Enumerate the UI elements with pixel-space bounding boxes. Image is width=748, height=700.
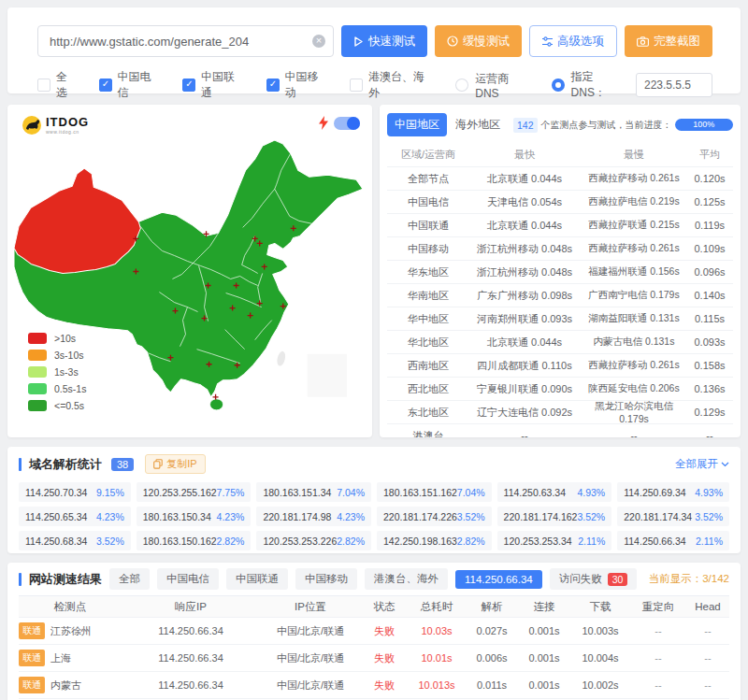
chevron-down-icon	[721, 462, 729, 467]
checkbox-china-unicom[interactable]: 中国联通	[182, 69, 245, 101]
test-config-card: 快速测试 缓慢测试 高级选项 完整截图 全选 中国电信 中国联通	[7, 7, 741, 93]
legend-label: 1s-3s	[54, 366, 79, 378]
section-accent-bar	[19, 573, 22, 586]
checkbox-icon	[350, 79, 363, 92]
region-row: 中国移动浙江杭州移动 0.048s西藏拉萨移动 0.261s0.109s	[387, 237, 733, 261]
ip-cell[interactable]: 114.250.66.342.11%	[617, 531, 729, 550]
quick-test-label: 快速测试	[368, 34, 415, 50]
ip-cell[interactable]: 114.250.70.349.15%	[19, 482, 131, 502]
expand-all-label: 全部展开	[675, 457, 718, 471]
filter-china-mobile[interactable]: 中国移动	[295, 568, 357, 590]
ip-cell[interactable]: 220.181.174.984.23%	[256, 507, 371, 526]
ip-cell[interactable]: 114.250.68.343.52%	[19, 531, 131, 550]
filter-active-ip[interactable]: 114.250.66.34	[455, 570, 542, 589]
copy-ip-button[interactable]: 复制IP	[145, 454, 205, 474]
legend-swatch-red	[28, 333, 47, 344]
copy-icon	[153, 459, 163, 469]
filter-failed-label: 访问失败	[559, 572, 602, 586]
url-input-wrap	[37, 25, 334, 57]
ip-cell[interactable]: 114.250.69.344.93%	[617, 482, 729, 502]
filter-china-unicom[interactable]: 中国联通	[226, 568, 288, 590]
radio-custom-dns[interactable]	[552, 79, 565, 92]
ip-cell[interactable]: 180.163.150.344.23%	[137, 507, 252, 526]
region-row: 全部节点北京联通 0.044s西藏拉萨移动 0.261s0.120s	[387, 167, 733, 191]
status-failed: 失败	[361, 624, 408, 638]
region-row: 中国电信天津电信 0.054s西藏拉萨电信 0.219s0.125s	[387, 191, 733, 214]
region-row: 华南地区广东广州移动 0.098s广西南宁电信 0.179s0.140s	[387, 284, 733, 307]
map-mode-toggle[interactable]	[334, 117, 360, 130]
filter-overseas[interactable]: 港澳台、海外	[365, 568, 448, 590]
map-legend: >10s 3s-10s 1s-3s 0.5s-1s <=0.5s	[28, 333, 86, 417]
checkbox-icon	[37, 79, 50, 92]
filter-all[interactable]: 全部	[109, 568, 150, 590]
logo-title: ITDOG	[46, 116, 89, 128]
node-name: 内蒙古	[50, 679, 81, 693]
isp-badge: 联通	[19, 677, 45, 693]
tab-overseas-region[interactable]: 海外地区	[455, 117, 500, 133]
checkbox-label: 中国电信	[118, 69, 163, 101]
progress-bar: 100%	[675, 119, 733, 131]
ip-cell[interactable]: 114.250.63.344.93%	[497, 482, 612, 502]
col-fastest: 最快	[469, 148, 580, 162]
advanced-options-button[interactable]: 高级选项	[529, 25, 617, 57]
checkbox-icon	[182, 79, 195, 92]
checkbox-select-all[interactable]: 全选	[37, 69, 79, 101]
clock-icon	[447, 36, 458, 47]
slow-test-button[interactable]: 缓慢测试	[435, 25, 522, 57]
section-accent-bar	[19, 458, 22, 471]
isp-badge: 联通	[19, 650, 45, 666]
url-input[interactable]	[37, 25, 334, 57]
region-row: 华东地区浙江杭州移动 0.048s福建福州联通 0.156s0.096s	[387, 261, 733, 284]
ip-cell[interactable]: 220.181.174.343.52%	[617, 507, 729, 526]
checkbox-overseas[interactable]: 港澳台、海外	[350, 69, 435, 101]
ip-cell[interactable]: 220.181.174.2263.52%	[377, 507, 492, 526]
clear-input-icon[interactable]	[312, 35, 325, 48]
radio-custom-dns-label: 指定DNS：	[571, 69, 627, 101]
copy-ip-label: 复制IP	[166, 457, 196, 471]
ip-cell[interactable]: 120.253.253.2262.82%	[256, 531, 371, 550]
lightning-icon[interactable]	[319, 116, 328, 130]
region-row: 港澳台------	[387, 424, 733, 437]
status-failed: 失败	[361, 651, 408, 665]
node-name: 江苏徐州	[50, 624, 92, 638]
taiwan-island	[276, 350, 287, 367]
xinjiang-region-shape	[14, 168, 140, 273]
ip-distribution-grid: 114.250.70.349.15% 120.253.255.1627.75% …	[19, 482, 729, 550]
filter-failed[interactable]: 访问失败 30	[550, 568, 638, 590]
ip-cell[interactable]: 142.250.198.1632.82%	[377, 531, 492, 550]
quick-test-button[interactable]: 快速测试	[341, 25, 427, 57]
results-table: 检测点 响应IP IP位置 状态 总耗时 解析 连接 下载 重定向 Head 联…	[19, 595, 729, 699]
full-screenshot-button[interactable]: 完整截图	[625, 25, 712, 57]
ip-cell[interactable]: 114.250.65.344.23%	[19, 507, 131, 526]
legend-label: >10s	[54, 333, 76, 344]
expand-all-button[interactable]: 全部展开	[675, 457, 729, 471]
results-title: 网站测速结果	[29, 571, 102, 588]
ip-cell[interactable]: 120.253.255.1627.75%	[137, 482, 252, 502]
ip-cell[interactable]: 180.163.150.1622.82%	[137, 531, 252, 550]
ip-cell[interactable]: 120.253.253.342.11%	[497, 531, 612, 550]
dns-input[interactable]	[636, 73, 712, 97]
hainan-island	[210, 399, 223, 410]
region-table-header: 区域/运营商 最快 最慢 平均	[387, 143, 733, 167]
slow-test-label: 缓慢测试	[463, 34, 510, 50]
tab-china-region[interactable]: 中国地区	[387, 113, 447, 136]
toggle-knob	[347, 117, 360, 130]
ip-cell[interactable]: 180.163.151.1627.04%	[377, 482, 492, 502]
full-screenshot-label: 完整截图	[654, 34, 700, 50]
radio-isp-dns[interactable]	[455, 79, 468, 92]
filter-china-telecom[interactable]: 中国电信	[157, 568, 219, 590]
checkbox-china-mobile[interactable]: 中国移动	[266, 69, 329, 101]
dns-stats-card: 域名解析统计 38 复制IP 全部展开 114.250.70.349.15% 1…	[7, 447, 741, 553]
checkbox-china-telecom[interactable]: 中国电信	[99, 69, 162, 101]
radio-isp-dns-label: 运营商DNS	[475, 71, 531, 100]
ip-cell[interactable]: 220.181.174.1623.52%	[497, 507, 612, 526]
camera-icon	[637, 36, 649, 47]
col-average: 平均	[688, 148, 731, 162]
play-icon	[353, 36, 364, 47]
region-row: 中国联通北京联通 0.044s西藏拉萨联通 0.215s0.119s	[387, 214, 733, 237]
col-slowest: 最慢	[580, 148, 688, 162]
col-region: 区域/运营商	[387, 148, 469, 162]
display-count: 当前显示：3/142	[649, 572, 729, 586]
dns-count-badge: 38	[111, 458, 134, 471]
ip-cell[interactable]: 180.163.151.347.04%	[256, 482, 371, 502]
